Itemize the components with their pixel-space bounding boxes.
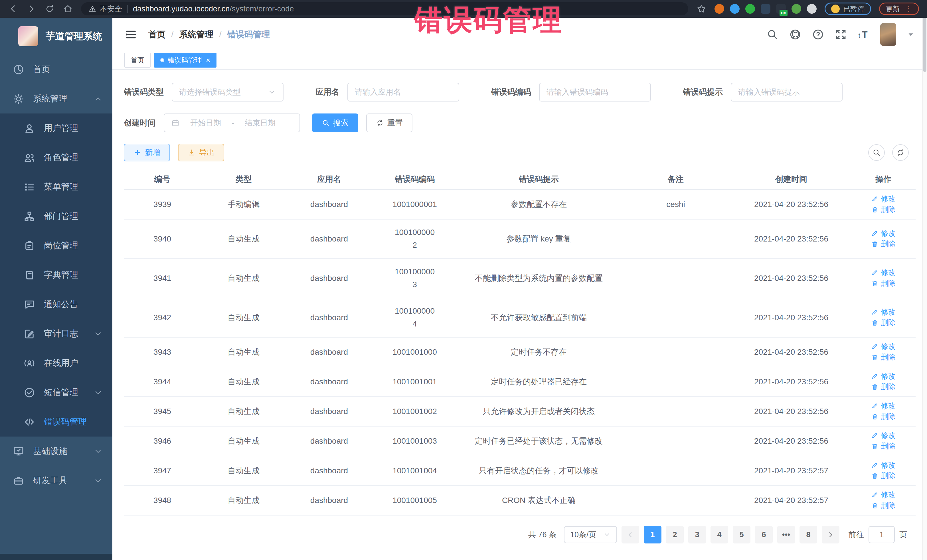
sidebar-item-notice[interactable]: 通知公告 xyxy=(0,290,112,319)
delete-link[interactable]: 删除 xyxy=(871,471,896,481)
sidebar: 芋道管理系统 首页系统管理用户管理角色管理菜单管理部门管理岗位管理字典管理通知公… xyxy=(0,18,112,560)
type-select[interactable]: 请选择错误码类型 xyxy=(172,83,284,102)
delete-link[interactable]: 删除 xyxy=(871,352,896,362)
scrollbar-thumb[interactable] xyxy=(923,18,926,72)
green-v-extension-icon[interactable] xyxy=(745,4,755,14)
refresh-table-button[interactable] xyxy=(892,144,909,161)
fullscreen-icon[interactable] xyxy=(834,28,847,41)
edit-link[interactable]: 修改 xyxy=(871,490,896,500)
back-icon[interactable] xyxy=(8,4,18,14)
page-button-1[interactable]: 1 xyxy=(644,526,661,543)
sidebar-item-online-user[interactable]: 在线用户 xyxy=(0,348,112,378)
delete-link[interactable]: 删除 xyxy=(871,205,896,214)
edit-link[interactable]: 修改 xyxy=(871,431,896,440)
page-button-6[interactable]: 6 xyxy=(755,526,773,543)
sidebar-item-audit-log[interactable]: 审计日志 xyxy=(0,319,112,348)
export-button[interactable]: 导出 xyxy=(178,144,224,161)
sidebar-item-error-code[interactable]: 错误码管理 xyxy=(0,407,112,437)
sidebar-item-infra[interactable]: 基础设施 xyxy=(0,437,112,466)
add-button[interactable]: 新增 xyxy=(124,144,170,161)
cell-type: 自动生成 xyxy=(201,436,286,446)
security-status[interactable]: 不安全 xyxy=(88,4,122,14)
edit-link[interactable]: 修改 xyxy=(871,268,896,278)
breadcrumb-home[interactable]: 首页 xyxy=(148,29,166,41)
hamburger-icon[interactable] xyxy=(125,28,137,41)
sidebar-item-dev-tools[interactable]: 研发工具 xyxy=(0,466,112,495)
font-size-icon[interactable]: tT xyxy=(857,28,870,41)
delete-link[interactable]: 删除 xyxy=(871,382,896,392)
sidebar-item-post[interactable]: 岗位管理 xyxy=(0,231,112,260)
pager-ellipsis[interactable]: ••• xyxy=(777,526,795,543)
search-icon xyxy=(322,119,330,127)
search-icon[interactable] xyxy=(766,28,779,41)
calendar-icon xyxy=(171,118,180,127)
browser-update-button[interactable]: 更新 ⋮ xyxy=(879,3,919,15)
sidebar-item-sms[interactable]: 短信管理 xyxy=(0,378,112,407)
code-input[interactable]: 请输入错误码编码 xyxy=(539,83,651,102)
col-actions: 操作 xyxy=(851,174,916,185)
page-size-select[interactable]: 10条/页 xyxy=(564,526,617,543)
app-input[interactable]: 请输入应用名 xyxy=(347,83,459,102)
edit-link[interactable]: 修改 xyxy=(871,307,896,317)
close-icon[interactable]: × xyxy=(206,56,210,64)
date-range-picker[interactable]: 开始日期 - 结束日期 xyxy=(164,114,300,132)
breadcrumb-separator: / xyxy=(171,30,173,39)
page-button-3[interactable]: 3 xyxy=(688,526,706,543)
bookmark-star-icon[interactable] xyxy=(696,4,707,14)
sidebar-item-menu[interactable]: 菜单管理 xyxy=(0,172,112,202)
browser-menu-icon[interactable]: ⋮ xyxy=(905,6,912,11)
page-button-4[interactable]: 4 xyxy=(711,526,728,543)
sidebar-item-role[interactable]: 角色管理 xyxy=(0,143,112,172)
sidebar-item-system[interactable]: 系统管理 xyxy=(0,84,112,114)
home-icon[interactable] xyxy=(63,4,73,14)
cell-app: dashboard xyxy=(286,348,372,357)
edit-link[interactable]: 修改 xyxy=(871,371,896,381)
msg-input[interactable]: 请输入错误码提示 xyxy=(731,83,843,102)
delete-link[interactable]: 删除 xyxy=(871,318,896,328)
paused-extension-pill[interactable]: 已暂停 xyxy=(825,3,871,15)
sidebar-item-dept[interactable]: 部门管理 xyxy=(0,202,112,231)
search-button[interactable]: 搜索 xyxy=(312,114,358,132)
sidebar-item-home[interactable]: 首页 xyxy=(0,55,112,84)
scrollbar[interactable] xyxy=(922,18,927,560)
green-key-extension-icon[interactable] xyxy=(792,4,801,14)
reset-button[interactable]: 重置 xyxy=(366,114,412,132)
edit-link[interactable]: 修改 xyxy=(871,194,896,204)
caret-down-icon[interactable] xyxy=(906,30,915,39)
edit-link[interactable]: 修改 xyxy=(871,228,896,238)
toggle-search-button[interactable] xyxy=(868,144,885,161)
edit-link[interactable]: 修改 xyxy=(871,341,896,352)
page-button-5[interactable]: 5 xyxy=(733,526,751,543)
sidebar-item-dict[interactable]: 字典管理 xyxy=(0,260,112,290)
delete-link[interactable]: 删除 xyxy=(871,411,896,422)
github-icon[interactable] xyxy=(789,28,801,41)
edit-link[interactable]: 修改 xyxy=(871,460,896,470)
help-icon[interactable] xyxy=(812,28,824,41)
page-button-2[interactable]: 2 xyxy=(666,526,684,543)
dark-grid-extension-icon[interactable] xyxy=(761,4,770,14)
sidebar-item-user[interactable]: 用户管理 xyxy=(0,114,112,143)
address-bar[interactable]: 不安全 dashboard.yudao.iocoder.cn/system/er… xyxy=(81,2,688,15)
breadcrumb-system[interactable]: 系统管理 xyxy=(179,29,213,41)
proxy-extension-icon[interactable]: on xyxy=(776,4,786,14)
app-logo[interactable]: 芋道管理系统 xyxy=(0,18,112,55)
forward-icon[interactable] xyxy=(26,4,36,14)
page-button-8[interactable]: 8 xyxy=(799,526,817,543)
puzzle-extensions-icon[interactable] xyxy=(807,4,817,14)
circle-check-icon xyxy=(23,387,35,399)
tab-home[interactable]: 首页 xyxy=(125,53,150,68)
blue-gem-extension-icon[interactable] xyxy=(730,4,740,14)
delete-link[interactable]: 删除 xyxy=(871,441,896,451)
edit-link[interactable]: 修改 xyxy=(871,401,896,411)
orange-extension-icon[interactable] xyxy=(714,4,724,14)
tab-error-code[interactable]: 错误码管理 × xyxy=(154,53,216,68)
next-page-button[interactable] xyxy=(822,526,839,543)
edit-icon xyxy=(871,229,878,237)
goto-page-input[interactable]: 1 xyxy=(869,526,895,543)
prev-page-button[interactable] xyxy=(622,526,639,543)
delete-link[interactable]: 删除 xyxy=(871,501,896,510)
delete-link[interactable]: 删除 xyxy=(871,278,896,288)
user-avatar[interactable] xyxy=(880,23,896,46)
reload-icon[interactable] xyxy=(44,4,55,14)
delete-link[interactable]: 删除 xyxy=(871,239,896,249)
